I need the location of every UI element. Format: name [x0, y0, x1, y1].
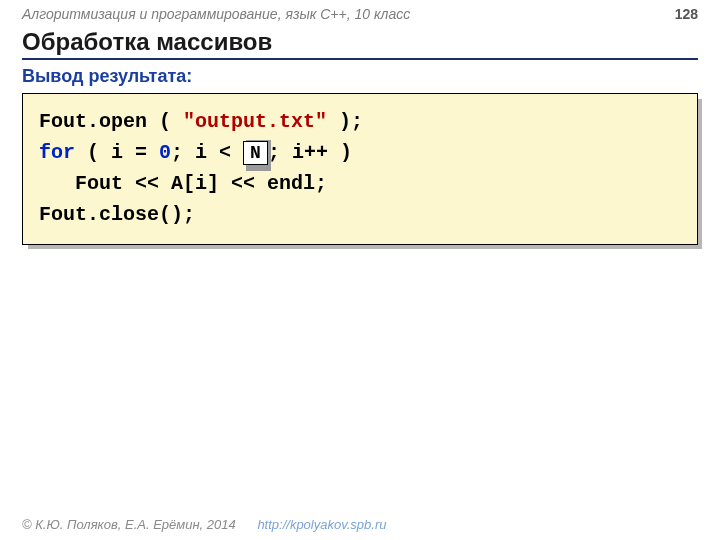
course-label: Алгоритмизация и программирование, язык … — [22, 6, 410, 22]
code-line-1: Fout.open ( "output.txt" ); — [39, 106, 681, 137]
code-number: 0 — [159, 141, 171, 164]
code-block: Fout.open ( "output.txt" ); for ( i = 0;… — [22, 93, 698, 245]
footer: © К.Ю. Поляков, Е.А. Ерёмин, 2014 http:/… — [22, 517, 386, 532]
copyright-text: © К.Ю. Поляков, Е.А. Ерёмин, 2014 — [22, 517, 236, 532]
placeholder-n: N — [243, 141, 268, 165]
code-string: "output.txt" — [183, 110, 327, 133]
page-title: Обработка массивов — [22, 28, 698, 60]
page-number: 128 — [675, 6, 698, 22]
code-line-2: for ( i = 0; i < N; i++ ) — [39, 137, 681, 168]
section-subtitle: Вывод результата: — [22, 66, 698, 87]
code-text: ); — [327, 110, 363, 133]
code-line-3: Fout << A[i] << endl; — [39, 168, 681, 199]
code-text: Fout.open ( — [39, 110, 183, 133]
slide-page: Алгоритмизация и программирование, язык … — [0, 0, 720, 540]
code-text: ; i++ ) — [268, 141, 352, 164]
code-keyword: for — [39, 141, 75, 164]
code-text: ( i = — [75, 141, 159, 164]
placeholder-box: N — [243, 137, 268, 168]
code-line-4: Fout.close(); — [39, 199, 681, 230]
code-block-inner: Fout.open ( "output.txt" ); for ( i = 0;… — [22, 93, 698, 245]
footer-url: http://kpolyakov.spb.ru — [257, 517, 386, 532]
header-row: Алгоритмизация и программирование, язык … — [22, 6, 698, 22]
code-text: Fout << A[i] << endl; — [75, 172, 327, 195]
code-text: ; i < — [171, 141, 243, 164]
